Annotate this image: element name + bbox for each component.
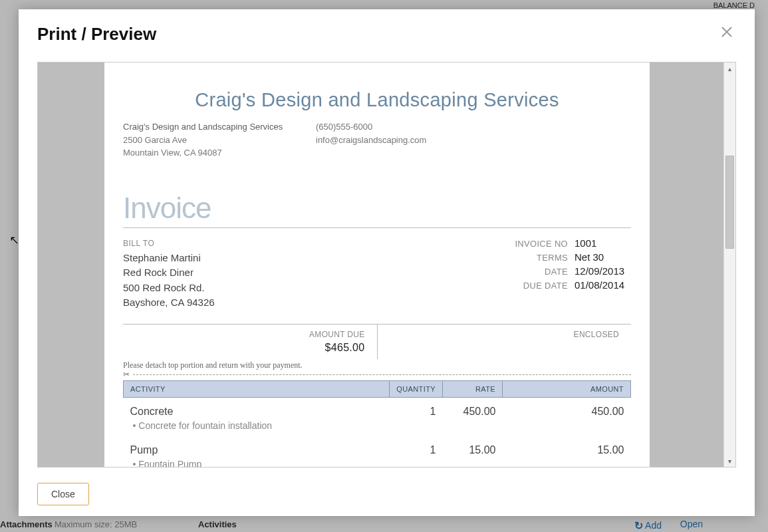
close-icon[interactable] — [717, 23, 736, 41]
col-quantity: QUANTITY — [390, 380, 443, 397]
scroll-thumb[interactable] — [725, 156, 734, 249]
chevron-up-icon[interactable]: ▴ — [724, 63, 735, 74]
preview-frame: Craig's Design and Landscaping Services … — [37, 62, 736, 467]
chevron-down-icon[interactable]: ▾ — [724, 455, 735, 467]
detach-line: ✂ — [123, 374, 631, 375]
close-button[interactable]: Close — [37, 483, 89, 505]
col-activity: ACTIVITY — [124, 380, 390, 397]
table-row: Pump 1 15.00 15.00 — [124, 436, 631, 458]
invoice-sheet: Craig's Design and Landscaping Services … — [104, 63, 650, 467]
company-address: Craig's Design and Landscaping Services … — [123, 120, 316, 160]
amount-summary: AMOUNT DUE $465.00 ENCLOSED — [123, 324, 631, 359]
scissor-icon: ✂ — [123, 370, 132, 379]
bill-to-block: BILL TO Stephanie Martini Red Rock Diner… — [123, 237, 491, 311]
table-row: Concrete 1 450.00 450.00 — [124, 397, 631, 419]
detach-note: Please detach top portion and return wit… — [123, 360, 631, 370]
modal-title: Print / Preview — [19, 9, 755, 49]
print-preview-modal: Print / Preview Craig's Design and Lands… — [19, 9, 755, 516]
table-row-desc: •Concrete for fountain installation — [124, 419, 631, 436]
scrollbar[interactable]: ▴ ▾ — [723, 63, 735, 467]
table-row-desc: •Fountain Pump — [124, 458, 631, 467]
line-items-table: ACTIVITY QUANTITY RATE AMOUNT Concrete 1… — [123, 380, 631, 467]
col-rate: RATE — [443, 380, 503, 397]
invoice-meta: INVOICE NO 1001 TERMS Net 30 DATE 12/09/… — [491, 237, 631, 311]
col-amount: AMOUNT — [503, 380, 631, 397]
document-title: Invoice — [123, 192, 631, 225]
company-heading: Craig's Design and Landscaping Services — [123, 89, 631, 111]
company-contact: (650)555-6000 info@craigslandscaping.com — [316, 120, 426, 160]
